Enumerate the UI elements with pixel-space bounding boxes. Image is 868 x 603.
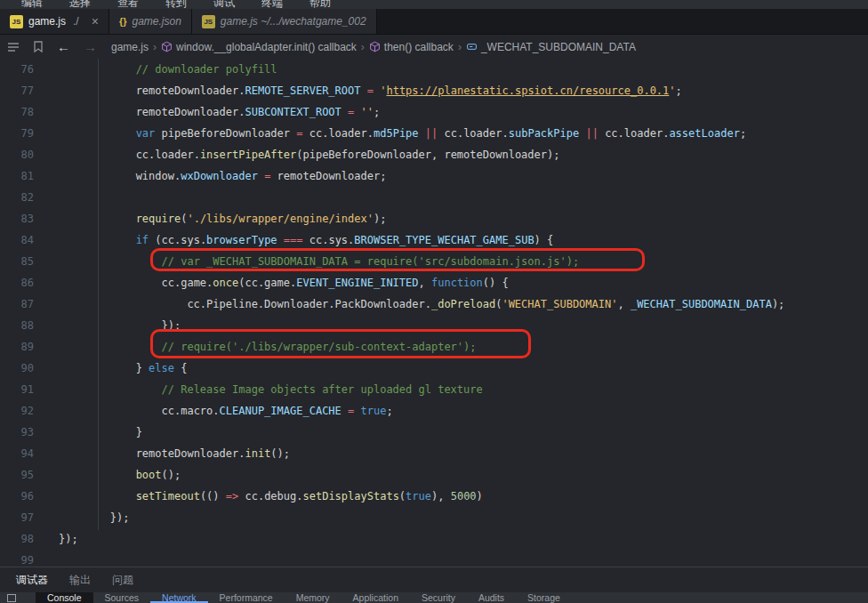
breadcrumb-item-then-callback[interactable]: then() callback bbox=[369, 41, 454, 53]
line-number: 97 bbox=[0, 507, 34, 528]
code-text: // require('./libs/wrapper/sub-context-a… bbox=[59, 341, 477, 353]
code-line[interactable]: 92cc.macro.CLEANUP_IMAGE_CACHE = true; bbox=[0, 400, 868, 422]
js-file-icon: JS bbox=[10, 15, 23, 28]
breadcrumb-item-file[interactable]: game.js bbox=[111, 41, 149, 53]
breadcrumb-bar: ← → game.js › window.__globalAdapter.ini… bbox=[0, 35, 868, 59]
panel-tab-debugger[interactable]: 调试器 bbox=[16, 569, 48, 591]
tab-label: game.json bbox=[132, 15, 181, 28]
menu-item-edit[interactable]: 编辑 bbox=[21, 0, 43, 9]
devtools-tab-application[interactable]: Application bbox=[342, 592, 410, 603]
tab-label: game.js bbox=[28, 15, 66, 28]
menu-bar: 编辑 选择 查看 转到 调试 终端 帮助 bbox=[0, 0, 868, 9]
line-number: 94 bbox=[0, 443, 34, 464]
devtools-tab-performance[interactable]: Performance bbox=[208, 592, 285, 603]
line-number: 76 bbox=[0, 59, 34, 80]
code-line[interactable]: 98}); bbox=[0, 528, 868, 550]
code-text: boot(); bbox=[59, 469, 181, 481]
code-text: remoteDownloader.REMOTE_SERVER_ROOT = 'h… bbox=[59, 84, 682, 97]
code-line[interactable]: 93} bbox=[0, 422, 868, 443]
js-file-icon: JS bbox=[202, 15, 215, 28]
line-number: 83 bbox=[0, 208, 34, 229]
devtools-tab-strip: Console Sources Network Performance Memo… bbox=[0, 592, 868, 603]
line-number: 98 bbox=[0, 528, 34, 550]
vscode-window: 编辑 选择 查看 转到 调试 终端 帮助 JS game.js ./ × {} … bbox=[0, 0, 868, 603]
code-line[interactable]: 78remoteDownloader.SUBCONTEXT_ROOT = ''; bbox=[0, 101, 868, 123]
code-line[interactable]: 83require('./libs/wrapper/engine/index')… bbox=[0, 208, 868, 229]
forward-arrow-icon[interactable]: → bbox=[84, 40, 97, 53]
code-line[interactable]: 89// require('./libs/wrapper/sub-context… bbox=[0, 336, 868, 358]
code-text: setTimeout(() => cc.debug.setDisplayStat… bbox=[59, 490, 483, 502]
line-number: 85 bbox=[0, 251, 34, 272]
devtools-tab-storage[interactable]: Storage bbox=[516, 592, 572, 603]
back-arrow-icon[interactable]: ← bbox=[57, 40, 70, 53]
breadcrumb-item-subdomain-data[interactable]: _WECHAT_SUBDOMAIN_DATA bbox=[466, 41, 636, 53]
code-line[interactable]: 84if (cc.sys.browserType === cc.sys.BROW… bbox=[0, 229, 868, 251]
breadcrumb-separator: › bbox=[357, 41, 369, 53]
code-line[interactable]: 91// Release Image objects after uploade… bbox=[0, 379, 868, 400]
breadcrumb: game.js › window.__globalAdapter.init() … bbox=[111, 41, 636, 53]
code-text: // downloader polyfill bbox=[59, 63, 277, 76]
devtools-tab-sources[interactable]: Sources bbox=[93, 592, 151, 603]
menu-item-view[interactable]: 查看 bbox=[117, 0, 139, 9]
code-text: require('./libs/wrapper/engine/index'); bbox=[59, 213, 386, 225]
code-text: cc.loader.insertPipeAfter(pipeBeforeDown… bbox=[59, 149, 559, 161]
devtools-tab-console[interactable]: Console bbox=[36, 592, 93, 603]
code-line[interactable]: 87cc.Pipeline.Downloader.PackDownloader.… bbox=[0, 293, 868, 315]
devtools-tab-security[interactable]: Security bbox=[410, 592, 467, 603]
tab-game-js[interactable]: JS game.js ./ × bbox=[0, 9, 109, 34]
symbol-cube-icon bbox=[369, 41, 381, 52]
bookmark-icon[interactable] bbox=[33, 41, 44, 52]
code-line[interactable]: 79var pipeBeforeDownloader = cc.loader.m… bbox=[0, 123, 868, 144]
code-text: } bbox=[59, 426, 142, 438]
code-text: } else { bbox=[59, 362, 187, 374]
code-line[interactable]: 82 bbox=[0, 187, 868, 208]
line-number: 88 bbox=[0, 315, 34, 336]
code-text: if (cc.sys.browserType === cc.sys.BROWSE… bbox=[59, 234, 553, 246]
code-text: // var _WECHAT_SUBDOMAIN_DATA = require(… bbox=[59, 255, 579, 268]
tab-game-js-wechatgame[interactable]: JS game.js ~/.../wechatgame_002 bbox=[192, 9, 377, 34]
line-number: 95 bbox=[0, 464, 34, 486]
code-line[interactable]: 80cc.loader.insertPipeAfter(pipeBeforeDo… bbox=[0, 144, 868, 165]
tab-label: game.js ~/.../wechatgame_002 bbox=[221, 15, 366, 28]
panel-tab-problems[interactable]: 问题 bbox=[112, 569, 133, 591]
code-line[interactable]: 94remoteDownloader.init(); bbox=[0, 443, 868, 464]
inspect-element-icon[interactable] bbox=[7, 594, 16, 602]
breadcrumb-label: window.__globalAdapter.init() callback bbox=[176, 41, 357, 53]
code-line[interactable]: 96setTimeout(() => cc.debug.setDisplaySt… bbox=[0, 486, 868, 507]
devtools-tab-network[interactable]: Network bbox=[150, 592, 208, 603]
menu-item-selection[interactable]: 选择 bbox=[69, 0, 91, 9]
code-line[interactable]: 81window.wxDownloader = remoteDownloader… bbox=[0, 165, 868, 187]
menu-item-help[interactable]: 帮助 bbox=[309, 0, 331, 9]
breadcrumb-label: _WECHAT_SUBDOMAIN_DATA bbox=[481, 41, 636, 53]
code-line[interactable]: 90} else { bbox=[0, 358, 868, 379]
code-line[interactable]: 85// var _WECHAT_SUBDOMAIN_DATA = requir… bbox=[0, 251, 868, 272]
menu-item-go[interactable]: 转到 bbox=[165, 0, 187, 9]
code-line[interactable]: 76// downloader polyfill bbox=[0, 59, 868, 80]
code-text: cc.game.once(cc.game.EVENT_ENGINE_INITED… bbox=[59, 277, 509, 289]
line-number: 96 bbox=[0, 486, 34, 507]
symbol-cube-icon bbox=[161, 41, 173, 52]
devtools-tab-audits[interactable]: Audits bbox=[467, 592, 516, 603]
code-text: }); bbox=[59, 533, 78, 545]
menu-item-terminal[interactable]: 终端 bbox=[261, 0, 283, 9]
line-number: 89 bbox=[0, 336, 34, 358]
line-number: 90 bbox=[0, 358, 34, 379]
code-line[interactable]: 97}); bbox=[0, 507, 868, 528]
tab-game-json[interactable]: {} game.json bbox=[109, 9, 192, 34]
code-line[interactable]: 88}); bbox=[0, 315, 868, 336]
line-number: 81 bbox=[0, 165, 34, 187]
line-number: 91 bbox=[0, 379, 34, 400]
close-icon[interactable]: × bbox=[92, 15, 99, 28]
code-line[interactable]: 86cc.game.once(cc.game.EVENT_ENGINE_INIT… bbox=[0, 272, 868, 293]
menu-item-debug[interactable]: 调试 bbox=[213, 0, 235, 9]
devtools-tab-memory[interactable]: Memory bbox=[285, 592, 342, 603]
code-line[interactable]: 77remoteDownloader.REMOTE_SERVER_ROOT = … bbox=[0, 80, 868, 101]
breadcrumb-item-init-callback[interactable]: window.__globalAdapter.init() callback bbox=[161, 41, 357, 53]
panel-tab-output[interactable]: 输出 bbox=[69, 569, 91, 591]
code-line[interactable]: 95boot(); bbox=[0, 464, 868, 486]
editor-tab-bar: JS game.js ./ × {} game.json JS game.js … bbox=[0, 9, 868, 35]
code-line[interactable]: 99 bbox=[0, 550, 868, 567]
line-number: 77 bbox=[0, 80, 34, 101]
list-icon[interactable] bbox=[7, 42, 20, 52]
code-editor[interactable]: 76// downloader polyfill77remoteDownload… bbox=[0, 59, 868, 567]
